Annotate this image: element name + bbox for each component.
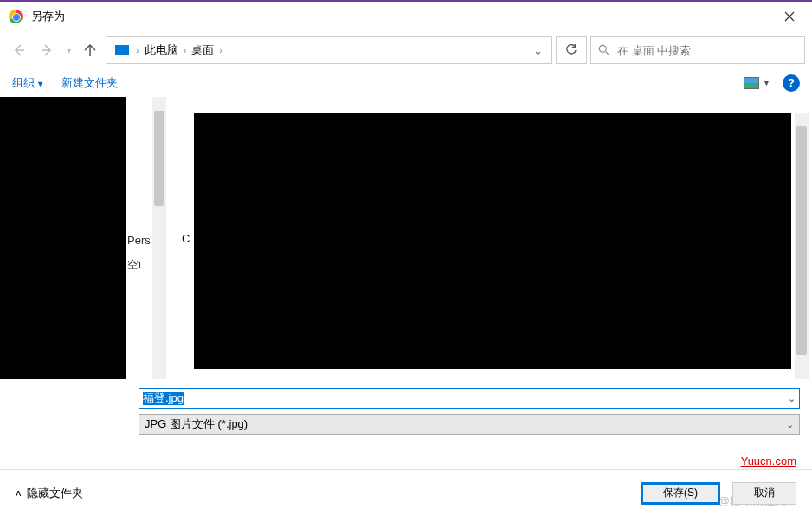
sidebar-item-label: Pers	[126, 234, 152, 247]
sidebar-scrollbar[interactable]	[152, 97, 166, 379]
file-fields: ⌄ JPG 图片文件 (*.jpg) ⌄	[0, 379, 812, 435]
forward-button[interactable]	[35, 38, 59, 62]
navigation-bar: ▾ › 此电脑 › 桌面 › ⌄	[0, 31, 812, 69]
picture-icon	[744, 77, 759, 89]
scrollbar-thumb[interactable]	[796, 126, 807, 355]
arrow-up-icon	[83, 43, 97, 57]
scrollbar-thumb[interactable]	[154, 111, 164, 206]
breadcrumb-current[interactable]: 桌面	[188, 42, 217, 58]
dialog-title: 另存为	[31, 9, 65, 24]
filetype-field[interactable]: JPG 图片文件 (*.jpg) ⌄	[139, 414, 800, 435]
refresh-button[interactable]	[556, 36, 587, 64]
cancel-button[interactable]: 取消	[732, 482, 796, 505]
organize-label: 组织	[12, 76, 35, 89]
save-button[interactable]: 保存(S)	[641, 482, 720, 505]
titlebar: 另存为	[0, 2, 812, 31]
close-icon	[784, 11, 795, 22]
sidebar-item-label: 空i	[126, 257, 152, 273]
sidebar: Pers 空i	[0, 97, 152, 379]
search-icon	[598, 44, 610, 56]
partial-text: C	[182, 113, 194, 379]
toolbar: 组织▼ 新建文件夹 ▼ ?	[0, 69, 812, 97]
chevron-up-icon: ʌ	[16, 487, 22, 499]
organize-menu[interactable]: 组织▼	[12, 75, 44, 91]
content-area: Pers 空i C	[0, 97, 812, 379]
view-mode-button[interactable]: ▼	[744, 77, 770, 89]
breadcrumb-bar[interactable]: › 此电脑 › 桌面 › ⌄	[106, 36, 552, 64]
watermark-red: Yuucn.com	[741, 455, 796, 468]
search-input[interactable]	[617, 44, 797, 57]
recent-dropdown[interactable]: ▾	[62, 38, 74, 62]
arrow-right-icon	[40, 43, 54, 57]
pc-icon	[115, 45, 129, 55]
breadcrumb-sep: ›	[217, 45, 224, 55]
main-scrollbar[interactable]	[795, 113, 809, 379]
back-button[interactable]	[7, 38, 31, 62]
file-area[interactable]: C	[166, 97, 812, 379]
chrome-icon	[9, 10, 23, 23]
svg-point-0	[599, 45, 606, 52]
preview-redacted	[194, 113, 791, 369]
breadcrumb-root[interactable]: 此电脑	[141, 42, 182, 58]
new-folder-button[interactable]: 新建文件夹	[61, 75, 118, 91]
search-box[interactable]	[590, 36, 805, 64]
hide-folders-toggle[interactable]: ʌ 隐藏文件夹	[16, 486, 83, 501]
path-dropdown[interactable]: ⌄	[528, 44, 548, 57]
filename-field[interactable]: ⌄	[139, 388, 800, 409]
breadcrumb-sep: ›	[134, 45, 141, 55]
arrow-left-icon	[12, 43, 26, 57]
filename-dropdown[interactable]: ⌄	[783, 393, 796, 404]
help-button[interactable]: ?	[783, 74, 800, 92]
breadcrumb-sep: ›	[182, 45, 189, 55]
hide-folders-label: 隐藏文件夹	[27, 486, 83, 501]
sidebar-redacted	[0, 97, 126, 379]
close-button[interactable]	[772, 3, 807, 29]
up-button[interactable]	[78, 38, 102, 62]
filename-input[interactable]	[143, 392, 783, 405]
filetype-dropdown[interactable]: ⌄	[786, 419, 794, 430]
bottom-bar: Yuucn.com ʌ 隐藏文件夹 保存(S) 取消 CSDN @榕城候佳人	[0, 469, 812, 516]
filetype-value: JPG 图片文件 (*.jpg)	[145, 416, 248, 432]
refresh-icon	[565, 44, 577, 56]
